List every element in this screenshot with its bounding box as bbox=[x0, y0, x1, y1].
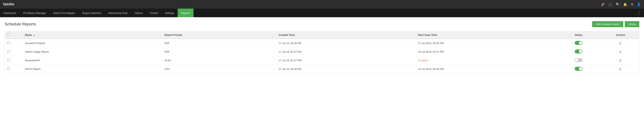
col-header-format: Report Format bbox=[162, 31, 276, 39]
row-created: 17 Jul 19, 02:28 PM bbox=[276, 65, 416, 74]
add-schedule-report-button[interactable]: Add Schedule Report bbox=[592, 21, 624, 27]
row-next: 19 Jul 2019, 02:28 PM bbox=[416, 65, 555, 74]
row-created: 17 Jul 19, 02:27 PM bbox=[276, 56, 416, 65]
nav-item-switchport[interactable]: Switch Port Mapper bbox=[50, 8, 79, 17]
page-content: Schedule Reports Add Schedule Report Del… bbox=[0, 17, 644, 139]
row-actions: 🗑 bbox=[602, 39, 639, 48]
row-name: Unused IP Report bbox=[22, 39, 162, 48]
status-toggle-0[interactable] bbox=[575, 41, 582, 45]
headset-icon[interactable]: 🎧 bbox=[608, 2, 612, 6]
col-header-created: Created Time bbox=[276, 31, 416, 39]
table-row: Switch Usage ReportPDF17 Jul 19, 02:27 P… bbox=[5, 48, 639, 56]
row-actions: 🗑 bbox=[602, 65, 639, 74]
status-toggle-3[interactable] bbox=[575, 67, 582, 71]
row-created: 17 Jul 19, 02:27 PM bbox=[276, 48, 416, 56]
delete-row-icon-2[interactable]: 🗑 bbox=[619, 59, 622, 62]
row-status bbox=[555, 48, 602, 56]
table-row: DHCP ReportCSV17 Jul 19, 02:28 PM19 Jul … bbox=[5, 65, 639, 74]
row-checkbox-0[interactable] bbox=[7, 42, 10, 44]
sort-arrow-name[interactable]: ▲ bbox=[33, 34, 35, 36]
schedule-reports-table: Name ▲ Report Format Created Time Next S… bbox=[5, 31, 639, 74]
row-format: XLSX bbox=[162, 56, 276, 65]
row-status bbox=[555, 56, 602, 65]
gear-icon[interactable]: ⚙ bbox=[631, 2, 634, 6]
top-bar-icons: 🚀 🎧 🔍 🔔 ⚙ 👤 bbox=[601, 2, 641, 6]
row-actions: 🗑 bbox=[602, 48, 639, 56]
page-header: Schedule Reports Add Schedule Report Del… bbox=[5, 21, 639, 27]
select-all-header bbox=[5, 31, 22, 39]
delete-row-icon-1[interactable]: 🗑 bbox=[619, 50, 622, 54]
app-logo: OpUtils bbox=[3, 2, 14, 6]
row-created: 17 Jul 19, 02:26 PM bbox=[276, 39, 416, 48]
col-header-next: Next Scan Time bbox=[416, 31, 555, 39]
col-header-actions: Actions bbox=[602, 31, 639, 39]
nav-more-icon[interactable]: ⋮ bbox=[634, 11, 644, 15]
row-status bbox=[555, 39, 602, 48]
row-name: Reserved IPs bbox=[22, 56, 162, 65]
nav-item-settings[interactable]: Settings bbox=[162, 8, 178, 17]
nav-item-networking[interactable]: Networking Tools bbox=[105, 8, 131, 17]
select-all-checkbox[interactable] bbox=[7, 33, 10, 36]
col-header-status: Status bbox=[555, 31, 602, 39]
row-next: Disabled bbox=[416, 56, 555, 65]
disabled-label: Disabled bbox=[418, 59, 428, 62]
nav-item-dashboard[interactable]: Dashboard bbox=[0, 8, 20, 17]
top-bar: OpUtils 🚀 🎧 🔍 🔔 ⚙ 👤 bbox=[0, 0, 644, 8]
nav-bar: Dashboard IP Address Manager Switch Port… bbox=[0, 8, 644, 17]
page-title: Schedule Reports bbox=[5, 22, 36, 26]
delete-row-icon-0[interactable]: 🗑 bbox=[619, 42, 622, 45]
table-row: Unused IP ReportPDF17 Jul 19, 02:26 PM17… bbox=[5, 39, 639, 48]
delete-button[interactable]: Delete bbox=[625, 21, 639, 27]
row-checkbox-2[interactable] bbox=[7, 59, 10, 62]
table-header-row: Name ▲ Report Format Created Time Next S… bbox=[5, 31, 639, 39]
col-header-name: Name ▲ bbox=[22, 31, 162, 39]
nav-item-reports[interactable]: Reports bbox=[178, 8, 194, 17]
status-toggle-2[interactable] bbox=[575, 58, 582, 62]
row-format: PDF bbox=[162, 48, 276, 56]
delete-row-icon-3[interactable]: 🗑 bbox=[619, 67, 622, 71]
row-next: 17 Jul 2019, 03:25 PM bbox=[416, 39, 555, 48]
status-toggle-1[interactable] bbox=[575, 50, 582, 54]
bell-icon[interactable]: 🔔 bbox=[623, 2, 627, 6]
row-format: CSV bbox=[162, 65, 276, 74]
row-actions: 🗑 bbox=[602, 56, 639, 65]
nav-item-rogue[interactable]: Rogue Detection bbox=[79, 8, 105, 17]
rocket-icon[interactable]: 🚀 bbox=[601, 2, 605, 6]
user-icon[interactable]: 👤 bbox=[637, 2, 641, 6]
header-buttons: Add Schedule Report Delete bbox=[592, 21, 639, 27]
search-icon[interactable]: 🔍 bbox=[616, 2, 620, 6]
row-name: DHCP Report bbox=[22, 65, 162, 74]
row-status bbox=[555, 65, 602, 74]
row-checkbox-1[interactable] bbox=[7, 50, 10, 53]
nav-item-ipam[interactable]: IP Address Manager bbox=[20, 8, 50, 17]
row-next: 20 Jul 2019, 02:27 PM bbox=[416, 48, 555, 56]
table-row: Reserved IPsXLSX17 Jul 19, 02:27 PMDisab… bbox=[5, 56, 639, 65]
nav-item-toolset[interactable]: Toolset bbox=[146, 8, 162, 17]
row-format: PDF bbox=[162, 39, 276, 48]
row-name: Switch Usage Report bbox=[22, 48, 162, 56]
row-checkbox-3[interactable] bbox=[7, 67, 10, 70]
nav-item-alarms[interactable]: Alarms bbox=[131, 8, 146, 17]
